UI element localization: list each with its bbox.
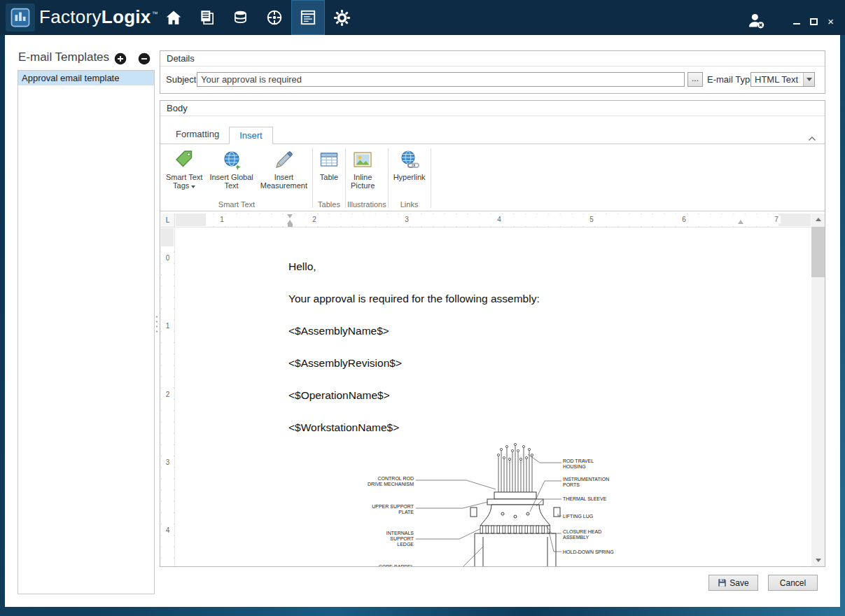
ruler-number: 4 [495,216,503,223]
ruler-number: 3 [161,458,174,466]
nav-production-button[interactable] [258,0,291,35]
diagram-label: PLATE [398,510,414,514]
maximize-button[interactable] [810,18,818,25]
scrollbar-thumb[interactable] [811,227,825,277]
table-button[interactable]: Table [314,146,344,181]
cancel-label: Cancel [780,578,806,588]
user-disconnect-icon [746,11,765,30]
table-icon [318,148,340,171]
hyperlink-button[interactable]: Hyperlink [390,146,429,181]
email-body-editor[interactable]: Hello, Your approval is required for the… [176,228,811,566]
ruler-number: 7 [772,216,781,223]
paragraph: <$OperationName$> [288,389,736,401]
vertical-ruler[interactable]: 0 1 2 3 4 [161,228,175,566]
ruler-number: 4 [161,526,174,534]
paragraph: <$AssemblyName$> [288,325,736,337]
button-label: Tags [173,181,189,190]
ruler-number: 0 [161,254,174,262]
documents-grid-icon [198,8,216,27]
save-button[interactable]: Save [708,575,758,591]
button-label: Measurement [260,181,307,190]
add-template-button[interactable] [114,52,127,65]
paragraph: Hello, [288,260,736,272]
paragraph: <$WorkstationName$> [288,421,736,433]
module-nav [157,0,358,35]
minus-circle-icon [138,52,151,65]
subject-input[interactable] [197,72,685,87]
close-icon: × [827,15,834,27]
diagram-label: CONTROL ROD [378,476,414,481]
brand-logix: Logix [102,6,151,27]
horizontal-ruler[interactable]: 1 2 3 4 5 6 7 [176,214,811,227]
nav-templates-button[interactable] [291,0,325,35]
ruler-number: 2 [161,391,174,398]
arrow-up-icon [816,218,821,221]
scroll-up-button[interactable] [811,214,825,225]
button-label: Inline [354,173,372,181]
remove-template-button[interactable] [138,52,151,65]
editor-scrollbar[interactable] [811,214,825,566]
ruler-margin-shade [176,214,206,226]
diagram-label: INTERNALS [386,531,414,536]
diagram-label: ROD TRAVEL [563,458,594,463]
home-icon [165,8,183,27]
scroll-down-button[interactable] [811,554,825,566]
tab-stop-selector[interactable]: L [161,214,175,227]
nav-settings-button[interactable] [325,0,358,35]
diagram-label: CLOSURE HEAD [563,529,601,534]
left-indent-marker[interactable] [288,224,293,227]
email-type-dropdown[interactable]: HTML Text [750,72,815,87]
ribbon-insert-content: Smart Text Tags Insert Global [160,144,825,211]
ribbon-tabstrip: Formatting Insert [160,125,825,144]
templates-window-icon [299,8,317,27]
brand-factory: Factory [39,6,102,27]
insert-global-text-button[interactable]: Insert Global Text [206,146,256,190]
first-line-indent-marker[interactable] [287,214,293,218]
picture-icon [351,148,374,171]
subject-browse-button[interactable]: ... [687,72,703,87]
details-separator [160,66,825,66]
button-label: Hyperlink [393,173,426,181]
diagram-label: CORE BARREL [379,564,414,566]
nav-database-button[interactable] [224,0,258,35]
diagram-label: HOLD-DOWN SPRING [563,550,614,554]
ruler-number: 1 [218,216,226,223]
document-text: Hello, Your approval is required for the… [288,260,736,454]
diagram-label: LEDGE [397,542,414,547]
gear-icon [333,8,351,27]
diagram-label: LIFTING LUG [563,514,593,519]
factorylogix-window: FactoryLogix™ [0,0,845,616]
tab-formatting[interactable]: Formatting [166,126,229,144]
user-disconnect-button[interactable] [746,11,765,30]
cancel-button[interactable]: Cancel [768,575,818,591]
group-caption-illustrations: Illustrations [347,200,386,211]
email-type-value: HTML Text [755,74,798,85]
titlebar-right: × [746,0,845,35]
app-title: FactoryLogix™ [39,6,158,28]
list-item-approval-template[interactable]: Approval email template [18,71,154,85]
group-caption-smart-text: Smart Text [162,200,311,211]
minimize-button[interactable] [793,19,800,24]
right-indent-marker[interactable] [738,220,743,224]
nav-documents-button[interactable] [190,0,224,35]
tab-insert[interactable]: Insert [229,127,273,144]
insert-measurement-button[interactable]: Insert Measurement [257,146,311,190]
diagram-label: DRIVE MECHANISM [368,482,414,486]
inline-picture-button[interactable]: Inline Picture [347,146,378,190]
collapse-ribbon-button[interactable] [808,136,816,141]
sidebar-splitter[interactable] [155,314,158,334]
pencil-icon [272,148,295,171]
smart-text-tags-button[interactable]: Smart Text Tags [162,146,206,190]
group-caption-tables: Tables [314,200,344,211]
nav-home-button[interactable] [157,0,190,35]
paragraph: Your approval is required for the follow… [288,293,736,304]
ruler-ticks [208,214,776,227]
ribbon-separator [431,148,431,208]
ruler-number: 2 [310,216,319,223]
group-caption-links: Links [390,200,429,211]
close-button[interactable]: × [827,18,834,26]
document-image-reactor-diagram[interactable]: CONTROL ROD DRIVE MECHANISM UPPER SUPPOR… [326,442,704,566]
ruler-margin-shade [161,228,174,246]
button-label: Table [320,173,338,181]
diagram-label: UPPER SUPPORT [372,504,414,509]
